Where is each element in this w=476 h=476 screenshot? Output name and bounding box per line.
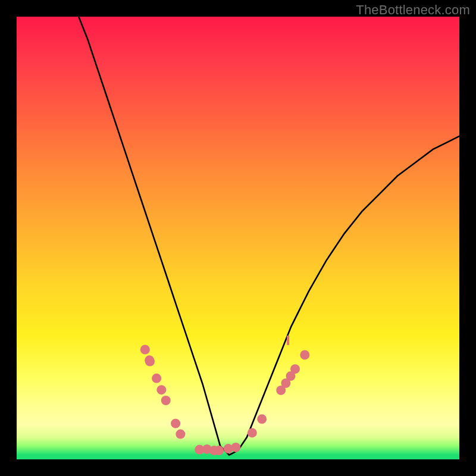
curve-dot [300,350,309,359]
curve-dots [140,345,310,456]
bottleneck-curve [79,17,459,455]
chart-plot-area [17,17,459,459]
curve-dot [171,419,180,428]
chart-frame: TheBottleneck.com [0,0,476,476]
curve-dot [231,443,240,452]
watermark-text: TheBottleneck.com [356,2,470,18]
curve-dot [140,345,150,355]
curve-dot [161,396,171,405]
bottleneck-curve-svg [17,17,459,459]
curve-dot [257,414,267,424]
curve-dot [214,446,224,455]
curve-dot [290,364,300,374]
curve-dot [176,430,185,439]
curve-dot [145,357,155,367]
curve-dot [156,385,166,394]
curve-dot [248,428,257,437]
extra-marker-tick [287,336,289,345]
extra-marker [287,336,289,345]
curve-dot [152,374,161,383]
